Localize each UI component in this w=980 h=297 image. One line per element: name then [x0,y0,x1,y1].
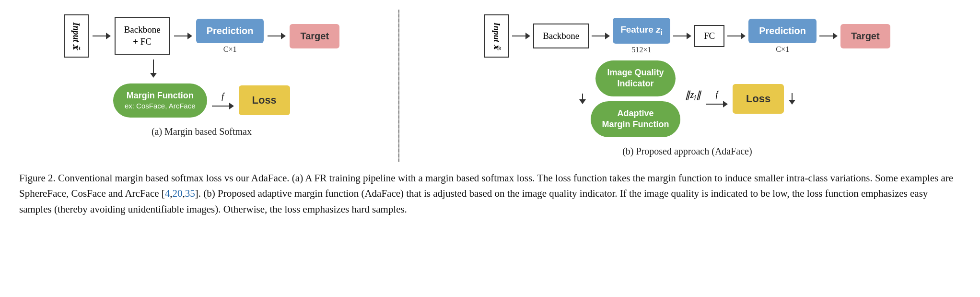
right-arrow1 [512,33,530,39]
cite1: 4 [165,188,170,199]
right-input-box: Input x̃ [484,14,509,58]
right-lower-section: Image Quality Indicator Adaptive Margin … [579,60,796,137]
divider [398,10,399,162]
left-f-label: f [222,92,224,102]
down-branch-arrow [579,94,586,104]
left-prediction-sublabel: C×1 [223,45,237,54]
right-f-arrow: f [706,90,728,107]
cite3: 35 [185,188,195,199]
right-arrow4 [727,33,746,39]
cite2: 20 [173,188,183,199]
right-adaptive-margin-oval: Adaptive Margin Function [591,101,681,137]
right-green-ovals: Image Quality Indicator Adaptive Margin … [591,60,681,137]
left-target-box: Target [290,24,339,48]
left-down-arrow-row [0,59,336,78]
arrow2 [174,33,192,39]
right-prediction-col: Prediction C×1 [748,19,817,54]
right-prediction-sublabel: C×1 [776,45,789,54]
right-row1: Input x̃ Backbone Feature zi [484,14,890,58]
right-am-line2: Margin Function [602,119,669,130]
right-iq-line2: Indicator [607,78,664,89]
figure-caption: Figure 2. Conventional margin based soft… [14,170,966,217]
left-margin-function-line1: Margin Function [125,90,196,101]
right-flow: Input x̃ Backbone Feature zi [414,14,961,137]
left-row1: Input x̃ Backbone + FC Pred [64,14,339,58]
left-caption: (a) Margin based Softmax [152,126,252,137]
left-prediction-label: Prediction [207,25,254,36]
right-norm-label: ‖zi‖ [685,89,700,103]
right-backbone-label: Backbone [543,31,579,41]
left-flow: Input x̃ Backbone + FC Pred [19,14,384,118]
right-input-label: Input x̃ [491,23,502,49]
right-arrow5 [819,33,838,39]
left-loss-box: Loss [239,85,290,115]
right-loss-label: Loss [746,93,770,105]
right-pred-down-arrow [789,93,795,105]
right-norm-col: ‖zi‖ [685,89,700,108]
right-arrow2 [592,33,610,39]
arrow3 [268,33,286,39]
left-loss-label: Loss [252,94,277,106]
right-fc-box: FC [694,25,724,47]
left-down-arrow [150,59,157,78]
left-margin-function-line2: ex: CosFace, ArcFace [125,101,196,111]
right-feature-sublabel: 512×1 [632,46,652,54]
right-am-line1: Adaptive [602,108,669,119]
left-target-label: Target [300,31,329,41]
left-row2: Margin Function ex: CosFace, ArcFace f L… [113,83,290,118]
right-prediction-box: Prediction [748,19,817,43]
right-feature-box: Feature zi [613,18,670,44]
right-f-label: f [715,90,718,100]
right-iq-line1: Image Quality [607,67,664,78]
right-prediction-label: Prediction [759,25,806,36]
arrow1 [93,33,111,39]
right-feature-col: Feature zi 512×1 [613,18,670,54]
right-diagram: Input x̃ Backbone Feature zi [404,10,966,162]
left-prediction-box: Prediction [196,19,264,43]
left-backbone-box: Backbone + FC [115,17,170,54]
left-margin-function-oval: Margin Function ex: CosFace, ArcFace [113,83,207,118]
right-arrow3 [673,33,691,39]
left-f-arrow: f [212,92,234,109]
right-fc-label: FC [704,31,715,41]
left-fc-label: + FC [133,36,152,47]
left-backbone-label: Backbone [124,24,161,35]
right-loss-box: Loss [733,84,784,114]
right-target-label: Target [851,31,880,41]
left-prediction-col: Prediction C×1 [196,19,264,54]
right-image-quality-oval: Image Quality Indicator [595,60,675,96]
right-lower-left: Image Quality Indicator Adaptive Margin … [579,60,796,137]
right-lower-row: Image Quality Indicator Adaptive Margin … [579,60,796,137]
left-input-label: Input x̃ [71,23,82,49]
right-target-box: Target [840,24,890,48]
left-input-box: Input x̃ [64,14,89,58]
right-backbone-box: Backbone [533,24,589,49]
right-caption: (b) Proposed approach (AdaFace) [622,146,752,157]
left-diagram: Input x̃ Backbone + FC Pred [14,10,394,142]
right-feature-label: Feature zi [620,24,663,35]
